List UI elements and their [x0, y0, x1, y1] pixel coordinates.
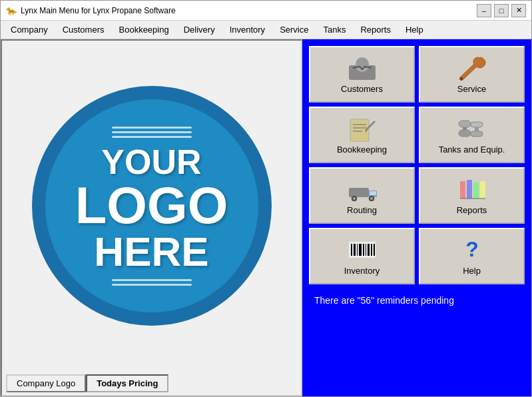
svg-rect-29: [359, 244, 362, 256]
tanks-button[interactable]: Tanks and Equip.: [419, 107, 525, 163]
inventory-button[interactable]: Inventory: [309, 228, 415, 284]
inventory-label: Inventory: [344, 266, 380, 276]
routing-button[interactable]: Routing: [309, 167, 415, 224]
logo-text-your: YOUR: [75, 145, 228, 179]
svg-text:?: ?: [465, 237, 479, 261]
svg-rect-32: [368, 244, 370, 256]
logo-line-3: [112, 136, 192, 138]
logo-text-here: HERE: [75, 231, 228, 272]
minimize-button[interactable]: –: [477, 4, 491, 17]
svg-rect-31: [366, 244, 366, 256]
svg-rect-11: [463, 127, 467, 130]
customers-button[interactable]: Customers: [309, 46, 415, 103]
title-bar-controls: – □ ✕: [477, 4, 526, 17]
svg-rect-8: [459, 130, 471, 137]
help-label: Help: [463, 266, 481, 276]
close-button[interactable]: ✕: [511, 4, 526, 17]
svg-rect-34: [374, 244, 375, 256]
logo-lines-top: [112, 127, 192, 138]
logo-line-2: [112, 131, 192, 133]
bookkeeping-label: Bookkeeping: [337, 145, 387, 155]
bookkeeping-button[interactable]: Bookkeeping: [309, 107, 415, 163]
svg-rect-23: [480, 181, 485, 198]
bookkeeping-icon: [346, 115, 378, 142]
routing-label: Routing: [347, 205, 377, 215]
reminder-text: There are "56" reminders pending: [309, 292, 525, 308]
svg-rect-12: [475, 127, 479, 131]
help-button[interactable]: ? Help: [419, 228, 525, 284]
logo-line-1: [112, 127, 192, 129]
svg-rect-33: [371, 244, 372, 256]
menu-item-help[interactable]: Help: [398, 22, 431, 37]
company-logo-tab[interactable]: Company Logo: [6, 374, 86, 392]
logo-text-logo: LOGO: [75, 179, 228, 231]
logo-line-5: [112, 284, 192, 286]
title-bar-left: 🐆 Lynx Main Menu for Lynx Propane Softwa…: [6, 5, 176, 16]
inventory-icon: [346, 236, 378, 263]
window-title: Lynx Main Menu for Lynx Propane Software: [21, 6, 176, 15]
left-panel: YOUR LOGO HERE Company Logo Todays Prici…: [1, 39, 302, 396]
service-label: Service: [457, 84, 486, 94]
todays-pricing-tab[interactable]: Todays Pricing: [86, 374, 168, 392]
left-panel-tabs: Company Logo Todays Pricing: [2, 372, 172, 395]
maximize-button[interactable]: □: [494, 4, 509, 17]
service-button[interactable]: Service: [419, 46, 525, 103]
service-icon: [456, 55, 488, 81]
buttons-grid: Customers Service: [309, 46, 525, 284]
menu-bar: CompanyCustomersBookkeepingDeliveryInven…: [1, 21, 531, 39]
menu-item-service[interactable]: Service: [272, 22, 316, 37]
reports-label: Reports: [457, 205, 487, 215]
customers-icon: [346, 55, 378, 81]
main-content: YOUR LOGO HERE Company Logo Todays Prici…: [1, 39, 531, 396]
svg-rect-10: [471, 131, 483, 137]
main-window: 🐆 Lynx Main Menu for Lynx Propane Softwa…: [0, 0, 532, 397]
logo-line-4: [112, 279, 192, 281]
tanks-label: Tanks and Equip.: [439, 145, 505, 155]
svg-rect-30: [363, 244, 364, 256]
app-icon: 🐆: [6, 5, 17, 16]
svg-point-18: [370, 197, 373, 200]
svg-rect-22: [473, 183, 479, 198]
menu-item-bookkeeping[interactable]: Bookkeeping: [112, 22, 176, 37]
svg-rect-28: [357, 244, 358, 256]
reports-button[interactable]: Reports: [419, 167, 525, 224]
svg-rect-20: [460, 181, 465, 198]
title-bar: 🐆 Lynx Main Menu for Lynx Propane Softwa…: [1, 1, 531, 21]
menu-item-tanks[interactable]: Tanks: [316, 22, 353, 37]
svg-rect-21: [467, 180, 472, 198]
menu-item-reports[interactable]: Reports: [353, 22, 398, 37]
logo-lines-bottom: [112, 279, 192, 286]
help-icon: ?: [456, 236, 488, 263]
routing-icon: [346, 176, 378, 202]
menu-item-company[interactable]: Company: [3, 22, 55, 37]
logo-inner-circle: YOUR LOGO HERE: [45, 99, 258, 312]
svg-rect-7: [459, 121, 471, 127]
tanks-icon: [456, 115, 488, 142]
svg-rect-19: [370, 191, 376, 195]
svg-rect-27: [354, 244, 356, 256]
logo-outer-circle: YOUR LOGO HERE: [32, 86, 272, 326]
right-panel: Customers Service: [302, 39, 531, 396]
logo-text: YOUR LOGO HERE: [75, 145, 228, 272]
svg-point-2: [460, 77, 463, 80]
svg-rect-13: [349, 188, 369, 197]
svg-point-16: [353, 197, 356, 200]
reports-icon: [456, 176, 488, 202]
svg-rect-9: [471, 122, 483, 127]
svg-rect-26: [351, 244, 352, 256]
menu-item-inventory[interactable]: Inventory: [222, 22, 272, 37]
menu-item-delivery[interactable]: Delivery: [176, 22, 222, 37]
customers-label: Customers: [341, 84, 383, 94]
menu-item-customers[interactable]: Customers: [55, 22, 112, 37]
